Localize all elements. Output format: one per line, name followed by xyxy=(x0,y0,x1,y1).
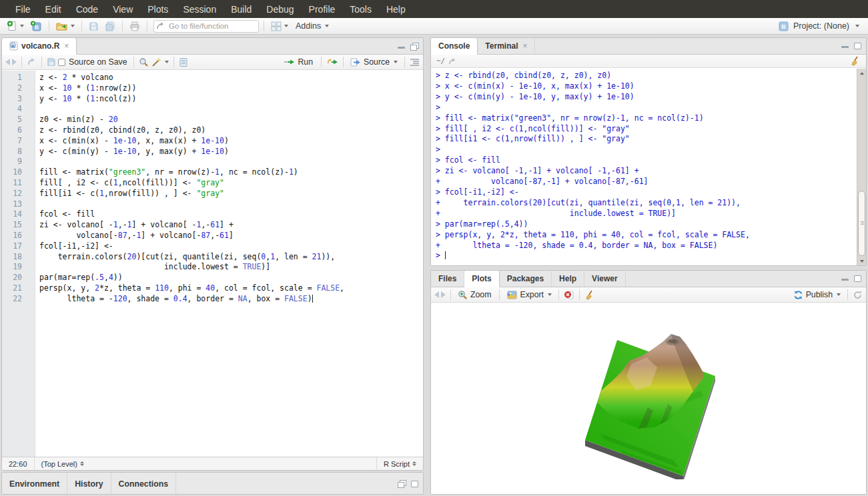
refresh-icon[interactable] xyxy=(853,290,863,300)
code-text: volcano[-87,-1] + volcano[-87,-61] xyxy=(29,231,234,241)
line-number: 10 xyxy=(2,167,29,178)
tab-viewer[interactable]: Viewer xyxy=(584,271,625,287)
tab-files[interactable]: Files xyxy=(431,271,464,287)
tab-connections[interactable]: Connections xyxy=(111,473,176,495)
new-file-button[interactable] xyxy=(5,19,26,33)
minimize-pane-icon[interactable] xyxy=(398,43,405,50)
menu-help[interactable]: Help xyxy=(379,0,413,18)
goto-file-input[interactable] xyxy=(153,20,259,33)
updown-icon xyxy=(412,461,416,466)
console-line: > xyxy=(436,103,857,113)
publish-button[interactable]: Publish xyxy=(791,289,843,301)
new-project-button[interactable]: R xyxy=(28,19,44,33)
save-button[interactable] xyxy=(87,20,101,33)
line-number: 20 xyxy=(2,273,29,283)
tab-environment[interactable]: Environment xyxy=(2,473,67,495)
code-text: zi <- volcano[ -1,-1] + volcano[ -1,-61]… xyxy=(29,220,234,231)
menu-debug[interactable]: Debug xyxy=(259,0,301,18)
minimize-pane-icon[interactable] xyxy=(841,275,849,282)
scrollbar-thumb[interactable] xyxy=(858,191,865,256)
menu-code[interactable]: Code xyxy=(69,0,105,18)
code-line: 15zi <- volcano[ -1,-1] + volcano[ -1,-6… xyxy=(2,220,423,231)
console-line: + include.lowest = TRUE)] xyxy=(436,209,857,219)
save-icon[interactable] xyxy=(47,57,56,67)
tab-terminal[interactable]: Terminal× xyxy=(478,38,535,54)
console-output[interactable]: > z <- rbind(z0, cbind(z0, z, z0), z0)> … xyxy=(431,69,857,265)
menu-session[interactable]: Session xyxy=(175,0,224,18)
export-plot-button[interactable]: Export xyxy=(504,289,554,301)
source-button[interactable]: Source xyxy=(348,56,400,68)
clear-console-broom-icon[interactable] xyxy=(850,56,861,66)
code-tools-wand-icon[interactable] xyxy=(151,57,161,67)
line-number: 16 xyxy=(2,231,29,241)
scope-selector[interactable]: (Top Level) xyxy=(35,457,91,470)
close-icon[interactable]: × xyxy=(522,41,527,51)
new-file-icon xyxy=(7,21,17,31)
code-line: 5z0 <- min(z) - 20 xyxy=(2,115,423,125)
clear-all-plots-broom-icon[interactable] xyxy=(584,290,595,300)
tab-packages[interactable]: Packages xyxy=(500,271,552,287)
r-project-icon: R xyxy=(779,21,789,31)
document-outline-icon[interactable] xyxy=(410,58,420,66)
run-button[interactable]: Run xyxy=(282,56,316,68)
tab-label: Packages xyxy=(507,274,544,283)
maximize-pane-icon[interactable] xyxy=(410,43,418,50)
open-file-button[interactable] xyxy=(54,20,77,33)
minimize-pane-icon[interactable] xyxy=(841,43,849,49)
tab-help[interactable]: Help xyxy=(552,271,584,287)
text-cursor xyxy=(445,251,446,259)
previous-plot-icon[interactable] xyxy=(434,291,439,298)
console-line: > fcol <- fill xyxy=(436,155,857,166)
console-line: > par(mar=rep(.5,4)) xyxy=(436,219,857,230)
maximize-pane-icon[interactable] xyxy=(854,43,861,49)
code-line: 22 ltheta = -120, shade = 0.4, border = … xyxy=(2,294,423,305)
open-folder-icon xyxy=(56,21,68,31)
print-button[interactable] xyxy=(127,20,142,33)
menu-view[interactable]: View xyxy=(105,0,140,18)
file-type-selector[interactable]: R Script xyxy=(376,457,423,470)
popout-icon[interactable] xyxy=(27,57,37,67)
scroll-up-icon[interactable] xyxy=(857,69,866,77)
menu-profile[interactable]: Profile xyxy=(302,0,343,18)
next-plot-icon[interactable] xyxy=(441,291,446,298)
project-selector[interactable]: R Project: (None) xyxy=(777,20,863,33)
forward-icon[interactable] xyxy=(12,59,17,65)
console-line: > fill <- matrix("green3", nr = nrow(z)-… xyxy=(436,113,857,124)
pane-layout-icon xyxy=(271,21,282,31)
line-number: 18 xyxy=(2,252,29,263)
restore-pane-icon[interactable] xyxy=(398,480,406,487)
tab-volcano-r[interactable]: R volcano.R × xyxy=(2,38,77,55)
code-line: 17fcol[-i1,-i2] <- xyxy=(2,241,423,252)
menu-plots[interactable]: Plots xyxy=(140,0,175,18)
maximize-pane-icon[interactable] xyxy=(411,481,418,487)
addins-button[interactable]: Addins xyxy=(292,20,331,32)
source-on-save-checkbox[interactable] xyxy=(58,59,65,66)
compile-report-icon[interactable] xyxy=(179,57,188,67)
code-line: 12fill[i1 <- c(1,nrow(fill)) , ] <- "gra… xyxy=(2,189,423,199)
maximize-pane-icon[interactable] xyxy=(854,275,861,282)
console-line: > zi <- volcano[ -1,-1] + volcano[ -1,-6… xyxy=(436,166,857,177)
tab-label: volcano.R xyxy=(21,41,59,51)
goto-directory-icon[interactable] xyxy=(448,57,457,65)
remove-plot-icon[interactable] xyxy=(564,290,574,300)
menu-edit[interactable]: Edit xyxy=(38,0,69,18)
scroll-down-icon[interactable] xyxy=(857,257,866,265)
zoom-plot-button[interactable]: Zoom xyxy=(456,289,494,301)
line-number: 13 xyxy=(2,199,29,210)
menu-tools[interactable]: Tools xyxy=(342,0,379,18)
publish-icon xyxy=(793,290,803,300)
tab-plots[interactable]: Plots xyxy=(464,271,499,287)
close-icon[interactable]: × xyxy=(64,41,69,51)
console-scrollbar[interactable] xyxy=(857,69,866,265)
code-editor[interactable]: 1z <- 2 * volcano2x <- 10 * (1:nrow(z))3… xyxy=(2,71,423,457)
tab-console[interactable]: Console xyxy=(431,38,478,55)
rerun-icon[interactable] xyxy=(326,58,338,66)
code-text: terrain.colors(20)[cut(zi, quantile(zi, … xyxy=(29,252,335,263)
menu-file[interactable]: File xyxy=(8,0,38,18)
tab-history[interactable]: History xyxy=(67,473,111,495)
back-icon[interactable] xyxy=(5,59,10,65)
save-all-button[interactable] xyxy=(103,20,117,33)
search-icon[interactable] xyxy=(139,57,149,67)
menu-build[interactable]: Build xyxy=(224,0,259,18)
pane-layout-button[interactable] xyxy=(269,20,290,33)
